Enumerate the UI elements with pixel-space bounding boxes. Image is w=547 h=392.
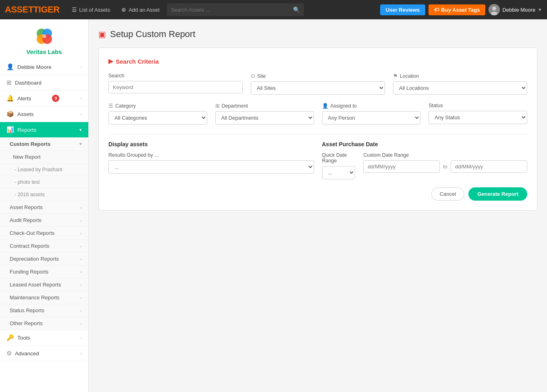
submenu-custom-reports[interactable]: Custom Reports ▾: [0, 138, 88, 151]
chevron-icon: ‹: [80, 295, 82, 300]
search-criteria-toggle[interactable]: ▶ Search Criteria: [108, 58, 527, 65]
submenu-2016-assets[interactable]: - 2016 assets: [0, 189, 88, 201]
avatar: [489, 4, 500, 15]
submenu-label: - photo test: [15, 179, 40, 185]
cancel-button[interactable]: Cancel: [431, 187, 464, 201]
submenu-leased-prashant[interactable]: - Leased by Prashant: [0, 164, 88, 176]
submenu-label: Contract Reports: [10, 243, 49, 249]
submenu-label: Custom Reports: [10, 141, 50, 147]
submenu-label: - 2016 assets: [15, 192, 45, 197]
site-icon: ⊙: [251, 73, 255, 79]
search-keyword-input[interactable]: [108, 81, 243, 93]
sidebar-item-label: Alerts: [17, 95, 31, 102]
sidebar-item-assets[interactable]: 📦 Assets ‹: [0, 106, 88, 122]
add-asset-label: Add an Asset: [129, 7, 160, 13]
report-form-card: ▶ Search Criteria Search ⊙ Site All Site…: [98, 48, 537, 211]
list-assets-button[interactable]: ☰ List of Assets: [68, 4, 114, 15]
submenu-label: New Report: [13, 154, 41, 160]
sidebar-item-tools[interactable]: 🔑 Tools ‹: [0, 330, 88, 346]
department-icon: ⊞: [215, 103, 220, 109]
submenu-photo-test[interactable]: - photo test: [0, 176, 88, 189]
buy-tags-label: Buy Asset Tags: [441, 7, 480, 13]
bell-icon: 🔔: [6, 95, 14, 102]
assigned-to-field-group: 👤 Assigned to Any Person: [322, 103, 421, 124]
sidebar: Veritas Labs 👤 Debbie Moore ‹ ⊞ Dashboar…: [0, 19, 89, 392]
user-menu[interactable]: Debbie Moore ▼: [489, 4, 542, 15]
tag-icon: 🏷: [434, 7, 439, 12]
chevron-down-icon: ▾: [79, 127, 82, 133]
search-label: Search: [108, 73, 243, 79]
reports-icon: 📊: [6, 126, 14, 133]
chevron-icon: ‹: [80, 231, 82, 236]
chevron-icon: ‹: [80, 335, 82, 340]
sidebar-item-reports[interactable]: 📊 Reports ▾: [0, 122, 88, 138]
date-range-inputs: to: [363, 160, 527, 173]
sidebar-item-label: Dashboard: [15, 80, 42, 86]
dashboard-icon: ⊞: [6, 79, 12, 86]
date-from-input[interactable]: [363, 160, 440, 173]
search-input[interactable]: [171, 7, 293, 13]
submenu-label: Check-Out Reports: [10, 230, 54, 236]
org-logo-icon: [34, 26, 55, 47]
submenu-contract-reports[interactable]: Contract Reports ‹: [0, 240, 88, 253]
submenu-status-reports[interactable]: Status Reports ‹: [0, 304, 88, 317]
chevron-icon: ‹: [80, 244, 82, 249]
gear-icon: ⚙: [6, 350, 12, 357]
main-content: ▣ Setup Custom Report ▶ Search Criteria …: [89, 19, 547, 392]
results-grouped-select[interactable]: ...: [108, 160, 314, 174]
submenu-checkout-reports[interactable]: Check-Out Reports ‹: [0, 227, 88, 240]
submenu-new-report[interactable]: New Report: [0, 151, 88, 164]
list-icon: ☰: [72, 6, 77, 13]
submenu-asset-reports[interactable]: Asset Reports ‹: [0, 201, 88, 214]
status-select[interactable]: Any Status: [428, 111, 527, 124]
alerts-badge: 9: [52, 95, 59, 102]
generate-report-button[interactable]: Generate Report: [468, 187, 527, 201]
category-select[interactable]: All Categories: [108, 111, 207, 124]
department-label: ⊞ Department: [215, 103, 314, 109]
sidebar-item-alerts[interactable]: 🔔 Alerts 9 ‹: [0, 91, 88, 106]
submenu-label: Asset Reports: [10, 204, 43, 210]
chevron-icon: ‹: [80, 64, 82, 69]
quick-date-range-select[interactable]: ...: [322, 166, 356, 179]
assigned-to-select[interactable]: Any Person: [322, 111, 421, 124]
submenu-other-reports[interactable]: Other Reports ‹: [0, 317, 88, 330]
location-select[interactable]: All Locations: [393, 81, 527, 95]
submenu-audit-reports[interactable]: Audit Reports ‹: [0, 214, 88, 227]
list-assets-label: List of Assets: [79, 7, 110, 13]
plus-circle-icon: ⊕: [121, 6, 126, 13]
submenu-leased-asset-reports[interactable]: Leased Asset Reports ‹: [0, 278, 88, 291]
sidebar-item-dashboard[interactable]: ⊞ Dashboard: [0, 75, 88, 91]
logo-accent: TIGER: [33, 4, 60, 15]
site-label: ⊙ Site: [251, 73, 385, 79]
display-assets-title: Display assets: [108, 141, 314, 147]
location-field-group: ⚑ Location All Locations: [393, 73, 527, 95]
quick-date-range-label: Quick Date Range: [322, 152, 356, 164]
site-select[interactable]: All Sites: [251, 81, 385, 95]
chevron-icon: ‹: [80, 257, 82, 261]
submenu-maintenance-reports[interactable]: Maintenance Reports ‹: [0, 291, 88, 304]
assets-icon: 📦: [6, 110, 14, 118]
chevron-icon: ‹: [80, 218, 82, 223]
date-subgrid: Quick Date Range ... Custom Date Range t…: [322, 152, 528, 179]
chevron-icon: ‹: [80, 205, 82, 210]
submenu-label: Status Reports: [10, 307, 44, 313]
search-icon: 🔍: [293, 6, 300, 13]
reports-submenu: Custom Reports ▾ New Report - Leased by …: [0, 138, 88, 330]
site-field-group: ⊙ Site All Sites: [251, 73, 385, 95]
date-to-input[interactable]: [451, 160, 527, 173]
chevron-icon: ‹: [80, 96, 82, 101]
submenu-label: Leased Asset Reports: [10, 282, 61, 288]
sidebar-item-advanced[interactable]: ⚙ Advanced ‹: [0, 346, 88, 361]
sidebar-item-user[interactable]: 👤 Debbie Moore ‹: [0, 59, 88, 75]
category-label: ☰ Category: [108, 103, 207, 109]
form-row-1: Search ⊙ Site All Sites ⚑ Location: [108, 73, 527, 95]
submenu-funding-reports[interactable]: Funding Reports ‹: [0, 265, 88, 278]
sidebar-item-label: Assets: [17, 111, 34, 117]
add-asset-button[interactable]: ⊕ Add an Asset: [117, 4, 164, 15]
submenu-depreciation-reports[interactable]: Depreciation Reports ‹: [0, 253, 88, 265]
user-reviews-button[interactable]: User Reviews: [380, 4, 426, 15]
buy-tags-button[interactable]: 🏷 Buy Asset Tags: [428, 4, 485, 15]
results-grouped-group: Results Grouped by ... ...: [108, 152, 314, 174]
department-select[interactable]: All Departments: [215, 111, 314, 124]
logo-main: ASSET: [5, 4, 33, 15]
